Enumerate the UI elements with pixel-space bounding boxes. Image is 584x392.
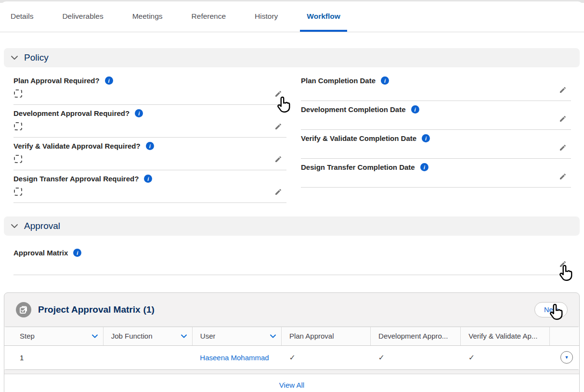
checkbox-unchecked[interactable] [14, 89, 22, 98]
field-label: Verify & Validate Approval Required? [13, 142, 141, 150]
edit-pencil-icon[interactable] [274, 188, 283, 197]
edit-pencil-icon[interactable] [558, 173, 567, 181]
cell-verify-validate-approval: ✓ [461, 345, 550, 369]
info-glyph: i [147, 176, 149, 182]
row-actions-button[interactable]: ▼ [560, 351, 573, 364]
info-glyph: i [424, 164, 425, 170]
info-icon[interactable]: i [420, 163, 428, 171]
tab-label: Deliverables [62, 12, 103, 21]
column-label: Development Appro... [378, 332, 448, 340]
edit-pencil-icon[interactable] [558, 86, 567, 95]
policy-section: Policy Plan Approval Required? i [0, 48, 584, 203]
column-header-step[interactable]: Step [4, 327, 103, 345]
column-header-plan-approval[interactable]: Plan Approval [281, 327, 370, 345]
check-icon: ✓ [289, 354, 295, 362]
info-icon[interactable]: i [144, 175, 152, 183]
policy-section-header[interactable]: Policy [4, 48, 580, 67]
tab-deliverables[interactable]: Deliverables [55, 3, 110, 32]
tab-history[interactable]: History [248, 3, 285, 32]
info-icon[interactable]: i [135, 109, 143, 117]
related-list-count: (1) [143, 304, 155, 315]
cell-job-function [103, 345, 192, 369]
info-glyph: i [138, 111, 140, 116]
field-plan-approval-required: Plan Approval Required? i [13, 72, 286, 105]
edit-pencil-icon[interactable] [274, 123, 283, 131]
section-title: Policy [24, 52, 49, 63]
caret-down-icon: ▼ [564, 355, 569, 360]
section-title: Approval [24, 221, 60, 231]
field-development-approval-required: Development Approval Required? i [13, 105, 286, 138]
info-glyph: i [425, 136, 427, 141]
info-icon[interactable]: i [146, 142, 154, 150]
tab-meetings[interactable]: Meetings [126, 3, 169, 32]
column-header-user[interactable]: User [192, 327, 281, 345]
cell-step: 1 [4, 345, 103, 369]
approval-matrix-object-icon [16, 302, 31, 317]
policy-left-column: Plan Approval Required? i Development Ap… [13, 72, 286, 203]
field-label: Design Transfer Approval Required? [13, 175, 139, 183]
approval-matrix-table: Step Job Function User [4, 327, 580, 370]
table-header-row: Step Job Function User [4, 327, 579, 345]
workflow-tab-content: Policy Plan Approval Required? i [0, 32, 584, 392]
field-design-transfer-completion-date: Design Transfer Completion Date i [301, 159, 571, 188]
info-icon[interactable]: i [73, 249, 81, 257]
checkbox-unchecked[interactable] [14, 122, 22, 130]
field-label: Development Completion Date [301, 105, 406, 114]
field-label: Plan Completion Date [301, 76, 376, 85]
tab-details[interactable]: Details [4, 3, 40, 32]
view-all-link[interactable]: View All [279, 381, 304, 389]
column-header-job-function[interactable]: Job Function [103, 327, 192, 345]
field-verify-validate-approval-required: Verify & Validate Approval Required? i [13, 138, 286, 170]
field-development-completion-date: Development Completion Date i [301, 101, 571, 130]
table-row: 1 Haseena Mohammad ✓ ✓ ✓ ▼ [4, 345, 579, 369]
chevron-down-icon [11, 55, 18, 61]
related-list-header: Project Approval Matrix (1) New [4, 293, 579, 327]
field-label: Verify & Validate Completion Date [301, 134, 416, 142]
approval-section-header[interactable]: Approval [4, 216, 580, 236]
column-label: Job Function [111, 332, 153, 340]
column-header-development-approval[interactable]: Development Appro... [371, 327, 461, 345]
field-label: Design Transfer Completion Date [301, 163, 415, 171]
sort-chevron-icon[interactable] [270, 332, 276, 340]
checkbox-unchecked[interactable] [14, 188, 22, 196]
policy-right-column: Plan Completion Date i Development Compl… [301, 72, 571, 203]
related-list-title-text: Project Approval Matrix [38, 304, 141, 315]
info-icon[interactable]: i [422, 134, 430, 142]
record-detail-panel: Details Deliverables Meetings Reference … [0, 1, 584, 392]
column-header-actions [550, 327, 579, 345]
info-icon[interactable]: i [105, 76, 113, 85]
tab-workflow[interactable]: Workflow [300, 3, 347, 32]
checkbox-unchecked[interactable] [14, 155, 22, 163]
field-label: Approval Matrix [13, 249, 68, 257]
tab-label: History [255, 12, 278, 21]
new-button[interactable]: New [534, 302, 568, 317]
edit-pencil-icon[interactable] [274, 155, 283, 164]
info-icon[interactable]: i [381, 76, 389, 85]
cell-user: Haseena Mohammad [192, 345, 281, 369]
cell-row-actions: ▼ [550, 345, 579, 369]
project-approval-matrix-card: Project Approval Matrix (1) New Step [4, 292, 580, 392]
info-glyph: i [415, 107, 416, 113]
cell-plan-approval: ✓ [281, 345, 370, 369]
column-label: Step [20, 332, 35, 340]
check-icon: ✓ [378, 354, 385, 362]
related-list-footer: View All [4, 374, 579, 392]
edit-pencil-icon[interactable] [558, 144, 567, 152]
field-verify-validate-completion-date: Verify & Validate Completion Date i [301, 130, 571, 159]
field-plan-completion-date: Plan Completion Date i [301, 72, 571, 101]
info-icon[interactable]: i [411, 105, 419, 114]
tab-bar: Details Deliverables Meetings Reference … [0, 1, 584, 32]
info-glyph: i [108, 78, 110, 84]
tab-reference[interactable]: Reference [185, 3, 233, 32]
edit-pencil-icon[interactable] [558, 260, 567, 269]
sort-chevron-icon[interactable] [181, 332, 187, 340]
tab-label: Meetings [132, 12, 163, 21]
edit-pencil-icon[interactable] [274, 90, 283, 99]
edit-pencil-icon[interactable] [558, 115, 567, 124]
column-header-verify-validate-approval[interactable]: Verify & Validate Ap... [461, 327, 550, 345]
sort-chevron-icon[interactable] [91, 332, 98, 340]
column-label: User [200, 332, 216, 340]
check-icon: ✓ [468, 354, 475, 362]
user-link[interactable]: Haseena Mohammad [200, 354, 269, 362]
approval-section: Approval Approval Matrix i [0, 216, 584, 275]
